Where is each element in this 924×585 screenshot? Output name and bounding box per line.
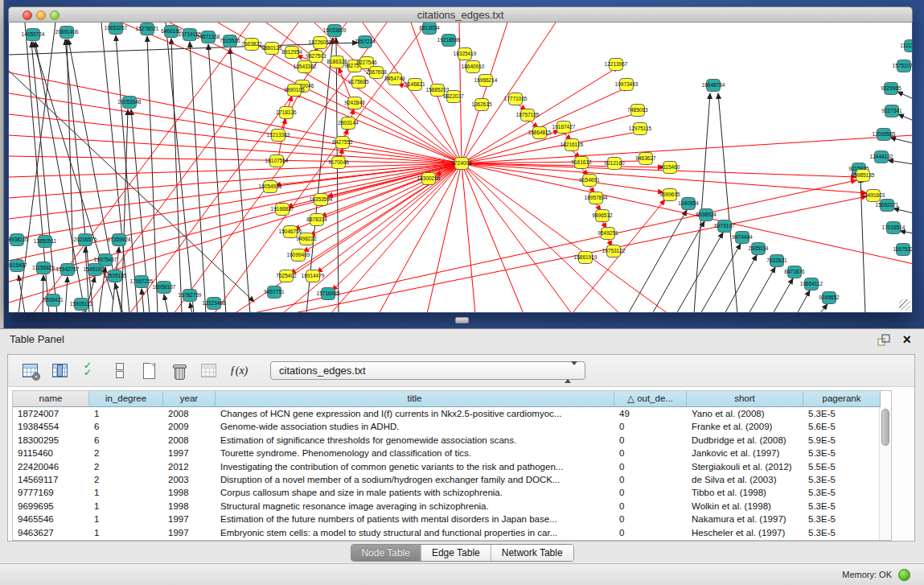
cell-title[interactable]: Tourette syndrome. Phenomenology and cla… bbox=[216, 447, 614, 459]
cell-name[interactable]: 22420046 bbox=[13, 460, 89, 473]
graph-edge[interactable] bbox=[900, 231, 912, 233]
graph-edge[interactable] bbox=[208, 44, 226, 312]
cell-name[interactable]: 9115460 bbox=[13, 447, 89, 459]
cell-out_de[interactable]: 0 bbox=[614, 447, 687, 459]
graph-edge[interactable] bbox=[164, 295, 168, 312]
cell-out_de[interactable]: 49 bbox=[614, 407, 687, 420]
cell-name[interactable]: 9465546 bbox=[13, 513, 89, 525]
delete-table-icon[interactable] bbox=[170, 362, 189, 380]
graph-edge[interactable] bbox=[9, 163, 462, 303]
select-rows-icon[interactable] bbox=[80, 362, 100, 380]
cell-short[interactable]: Hescheler et al. (1997) bbox=[687, 526, 803, 539]
cell-year[interactable]: 2012 bbox=[163, 460, 216, 473]
cell-out_de[interactable]: 0 bbox=[614, 434, 687, 447]
graph-edge[interactable] bbox=[819, 304, 827, 312]
column-select-icon[interactable] bbox=[51, 362, 70, 380]
cell-in_degree[interactable]: 6 bbox=[89, 420, 163, 433]
graph-edge[interactable] bbox=[43, 275, 43, 312]
graph-edge[interactable] bbox=[718, 93, 737, 312]
cell-year[interactable]: 1997 bbox=[163, 513, 216, 525]
cell-title[interactable]: Changes of HCN gene expression and I(f) … bbox=[216, 407, 614, 420]
cell-out_de[interactable]: 0 bbox=[614, 486, 687, 499]
column-header-short[interactable]: short bbox=[687, 391, 803, 407]
graph-edge[interactable] bbox=[462, 163, 663, 192]
graph-edge[interactable] bbox=[379, 163, 462, 312]
float-panel-icon[interactable] bbox=[877, 334, 890, 346]
tab-network-table[interactable]: Network Table bbox=[491, 545, 573, 561]
table-select-dropdown[interactable]: citations_edges.txt bbox=[270, 361, 585, 380]
table-row[interactable]: 1456911722003Disruption of a novel membe… bbox=[13, 473, 891, 486]
graph-edge[interactable] bbox=[9, 163, 462, 282]
cell-in_degree[interactable]: 6 bbox=[89, 434, 163, 447]
memory-ok-indicator[interactable] bbox=[898, 569, 910, 581]
cell-in_degree[interactable]: 1 bbox=[89, 526, 163, 539]
cell-pagerank[interactable]: 5.3E-5 bbox=[803, 407, 881, 420]
graph-edge[interactable] bbox=[773, 278, 793, 312]
graph-edge[interactable] bbox=[893, 208, 912, 213]
cell-pagerank[interactable]: 5.3E-5 bbox=[803, 513, 881, 525]
graph-edge[interactable] bbox=[462, 23, 556, 163]
cell-year[interactable]: 2008 bbox=[163, 434, 216, 447]
cell-out_de[interactable]: 0 bbox=[614, 526, 687, 539]
graph-edge[interactable] bbox=[749, 267, 775, 312]
import-table-icon[interactable] bbox=[199, 362, 219, 380]
graph-edge[interactable] bbox=[462, 163, 856, 177]
cell-pagerank[interactable]: 5.3E-5 bbox=[803, 500, 881, 513]
graph-edge[interactable] bbox=[898, 114, 912, 121]
function-builder-icon[interactable]: ƒ(x) bbox=[229, 362, 248, 380]
cell-in_degree[interactable]: 1 bbox=[89, 407, 163, 420]
table-row[interactable]: 977716911998Corpus callosum shape and si… bbox=[13, 486, 891, 499]
graph-edge[interactable] bbox=[65, 277, 68, 312]
network-view-window[interactable]: citations_edges.txt 14055724206914061065… bbox=[8, 6, 913, 313]
cell-title[interactable]: Estimation of significance thresholds fo… bbox=[216, 434, 614, 447]
cell-pagerank[interactable]: 5.5E-5 bbox=[803, 460, 881, 473]
cell-in_degree[interactable]: 2 bbox=[89, 447, 163, 459]
cell-year[interactable]: 1997 bbox=[163, 447, 216, 459]
graph-edge[interactable] bbox=[676, 233, 723, 312]
graph-edge[interactable] bbox=[462, 23, 507, 163]
cell-short[interactable]: Tibbo et al. (1998) bbox=[687, 486, 803, 499]
cell-short[interactable]: Wolkin et al. (1998) bbox=[687, 500, 803, 513]
cell-year[interactable]: 1998 bbox=[163, 500, 216, 513]
scrollbar-thumb[interactable] bbox=[881, 409, 889, 446]
table-row[interactable]: 911546021997Tourette syndrome. Phenomeno… bbox=[13, 447, 891, 459]
cell-short[interactable]: Nakamura et al. (1997) bbox=[687, 513, 803, 525]
network-canvas[interactable]: 1405572420691406106532671527602164661601… bbox=[9, 23, 912, 312]
cell-out_de[interactable]: 0 bbox=[614, 513, 687, 525]
split-pane-handle[interactable] bbox=[455, 317, 469, 323]
cell-out_de[interactable]: 0 bbox=[614, 460, 687, 473]
table-row[interactable]: 1830029562008Estimation of significance … bbox=[13, 434, 891, 447]
cell-short[interactable]: Yano et al. (2008) bbox=[687, 407, 803, 420]
column-header-title[interactable]: title bbox=[216, 391, 614, 407]
close-panel-icon[interactable]: × bbox=[902, 329, 911, 350]
cell-pagerank[interactable]: 5.3E-5 bbox=[803, 473, 881, 486]
window-resize-grip[interactable] bbox=[899, 299, 910, 311]
new-table-icon[interactable] bbox=[140, 362, 159, 380]
graph-edge[interactable] bbox=[147, 36, 158, 312]
cell-title[interactable]: Investigating the contribution of common… bbox=[216, 460, 614, 473]
tab-node-table[interactable]: Node Table bbox=[351, 545, 421, 561]
row-height-icon[interactable] bbox=[110, 362, 129, 380]
column-header-year[interactable]: year bbox=[163, 391, 216, 407]
cell-year[interactable]: 2009 bbox=[163, 420, 216, 433]
cell-title[interactable]: Estimation of the future numbers of pati… bbox=[216, 513, 614, 525]
cell-name[interactable]: 18300295 bbox=[13, 434, 89, 447]
cell-year[interactable]: 2003 bbox=[163, 473, 216, 486]
column-header-in_degree[interactable]: in_degree bbox=[89, 391, 163, 407]
cell-title[interactable]: Genome-wide association studies in ADHD. bbox=[216, 420, 614, 433]
cell-short[interactable]: Jankovic et al. (1997) bbox=[687, 447, 803, 459]
graph-edge[interactable] bbox=[628, 210, 687, 312]
cell-title[interactable]: Structural magnetic resonance image aver… bbox=[216, 500, 614, 513]
cell-name[interactable]: 9699695 bbox=[13, 500, 89, 513]
cell-short[interactable]: de Silva et al. (2003) bbox=[687, 473, 803, 486]
cell-name[interactable]: 9463627 bbox=[13, 526, 89, 539]
cell-short[interactable]: Franke et al. (2009) bbox=[687, 420, 803, 433]
cell-out_de[interactable]: 0 bbox=[614, 500, 687, 513]
cell-year[interactable]: 1998 bbox=[163, 486, 216, 499]
cell-in_degree[interactable]: 1 bbox=[89, 513, 163, 525]
cell-name[interactable]: 14569117 bbox=[13, 473, 89, 486]
graph-edge[interactable] bbox=[190, 42, 206, 312]
graph-edge[interactable] bbox=[331, 163, 462, 312]
cell-short[interactable]: Stergiakouli et al. (2012) bbox=[687, 460, 803, 473]
cell-year[interactable]: 2008 bbox=[163, 407, 216, 420]
